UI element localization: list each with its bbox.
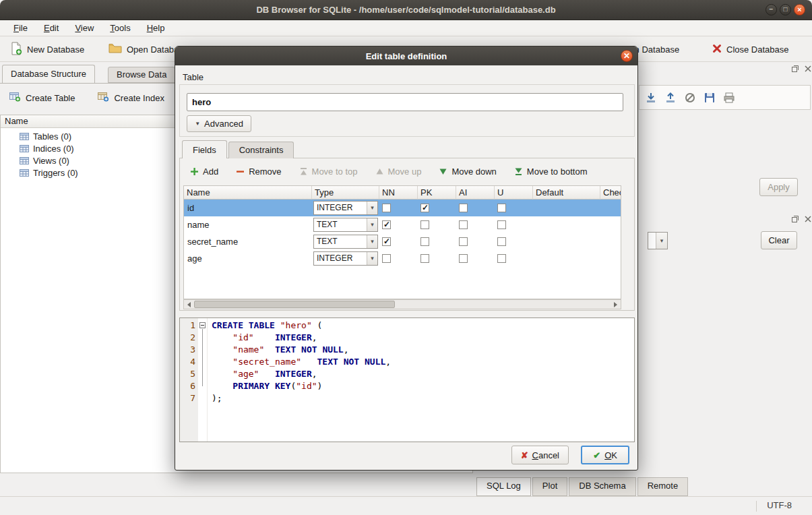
edit-cell-export-icon[interactable] [662,90,679,106]
default-cell[interactable] [533,200,600,216]
ai-checkbox[interactable] [459,220,468,229]
edit-cell-null-icon[interactable] [682,90,698,106]
advanced-toggle-button[interactable]: ▼ Advanced [187,115,251,132]
column-header-pk[interactable]: PK [418,186,456,200]
dock-float-icon[interactable] [790,64,800,73]
column-header-name[interactable]: Name [184,186,312,200]
column-header-ai[interactable]: AI [456,186,495,200]
ai-cell [456,216,495,233]
column-header-type[interactable]: Type [312,186,379,200]
nn-checkbox[interactable] [382,254,391,263]
edit-cell-print-icon[interactable] [721,90,737,106]
pk-checkbox[interactable] [420,237,429,246]
ai-checkbox[interactable] [459,254,468,263]
close-database-button[interactable]: Close Database [706,39,795,59]
pk-checkbox[interactable] [420,204,429,212]
cancel-label: Cancel [532,450,559,460]
create-index-icon [98,92,109,104]
move-to-bottom-button[interactable]: Move to bottom [509,164,593,179]
column-header-u[interactable]: U [495,186,533,200]
check-cell[interactable] [600,200,621,216]
title-bar[interactable]: DB Browser for SQLite - /home/user/code/… [0,0,812,20]
menu-view[interactable]: View [67,21,102,35]
ai-checkbox[interactable] [459,204,468,212]
identity-select[interactable]: ▾ [648,232,668,249]
ai-checkbox[interactable] [459,237,468,246]
column-header-check[interactable]: Check [600,186,621,200]
type-select[interactable]: INTEGER▾ [313,201,378,215]
bottom-tab-remote[interactable]: Remote [637,477,689,496]
dialog-title-bar[interactable]: Edit table definition ✕ [175,47,637,65]
edit-cell-save-icon[interactable] [701,90,718,106]
type-select[interactable]: TEXT▾ [313,218,378,232]
dock-float-icon[interactable] [790,214,800,224]
bottom-tab-sql-log[interactable]: SQL Log [476,477,531,496]
sql-code[interactable]: CREATE TABLE "hero" ( "id" INTEGER, "nam… [208,318,634,442]
menu-help[interactable]: Help [139,21,173,35]
dialog-close-button[interactable]: ✕ [621,50,633,62]
menu-tools[interactable]: Tools [102,21,138,35]
create-table-button[interactable]: Create Table [4,89,80,107]
pk-checkbox[interactable] [420,254,429,263]
tab-browse-data[interactable]: Browse Data [108,67,175,83]
dialog-tab-constraints[interactable]: Constraints [228,142,294,158]
pk-cell [418,216,456,233]
dock-close-icon[interactable] [803,214,812,224]
cancel-button[interactable]: ✘ Cancel [511,446,569,464]
move-down-button[interactable]: Move down [433,164,501,179]
clear-button[interactable]: Clear [761,231,797,249]
ok-button[interactable]: ✔ OK [581,446,629,464]
field-name-cell[interactable]: id [184,200,312,216]
add-button[interactable]: Add [185,164,224,179]
check-cell[interactable] [600,233,621,250]
nn-checkbox[interactable] [382,220,391,229]
field-row[interactable]: secret_nameTEXT▾ [184,233,621,250]
scrollbar-thumb[interactable] [194,301,395,308]
type-select[interactable]: INTEGER▾ [313,251,378,266]
pk-checkbox[interactable] [420,220,429,229]
menu-edit[interactable]: Edit [36,21,67,35]
edit-table-definition-dialog: Edit table definition ✕ Table ▼ Advanced… [175,46,638,471]
field-row[interactable]: ageINTEGER▾ [184,250,621,267]
field-row[interactable]: nameTEXT▾ [184,216,621,233]
bottom-tab-db-schema[interactable]: DB Schema [569,477,635,496]
grid-horizontal-scrollbar[interactable] [183,299,621,309]
field-name-cell[interactable]: secret_name [184,233,312,250]
table-name-input[interactable] [187,93,623,111]
close-button[interactable]: × [794,4,805,16]
scroll-left-icon[interactable] [184,300,194,309]
nn-checkbox[interactable] [382,237,391,246]
edit-cell-import-icon[interactable] [643,90,659,106]
u-checkbox[interactable] [497,220,506,229]
menu-file[interactable]: File [5,21,36,35]
default-cell[interactable] [533,216,600,233]
u-checkbox[interactable] [497,237,506,246]
field-row[interactable]: idINTEGER▾ [184,200,621,216]
grid-body: idINTEGER▾nameTEXT▾secret_nameTEXT▾ageIN… [184,200,621,267]
new-database-button[interactable]: New Database [4,39,90,59]
default-cell[interactable] [533,250,600,267]
check-cell[interactable] [600,250,621,267]
remove-button[interactable]: Remove [230,164,286,179]
nn-checkbox[interactable] [382,204,391,212]
maximize-button[interactable]: □ [780,4,791,16]
scroll-right-icon[interactable] [611,300,621,309]
column-header-nn[interactable]: NN [379,186,418,200]
field-name-cell[interactable]: age [184,250,312,267]
u-checkbox[interactable] [497,204,506,212]
minimize-button[interactable]: − [766,4,777,16]
check-cell[interactable] [600,216,621,233]
dock-close-icon[interactable] [803,64,812,73]
fold-collapse-icon[interactable] [199,322,206,328]
field-name-cell[interactable]: name [184,216,312,233]
create-index-button[interactable]: Create Index [92,89,169,107]
ai-cell [456,250,495,267]
column-header-default[interactable]: Default [533,186,600,200]
u-checkbox[interactable] [497,254,506,263]
sql-line-numbers: 1234567 [180,318,198,442]
dialog-tab-fields[interactable]: Fields [182,140,227,158]
bottom-tab-plot[interactable]: Plot [532,477,567,496]
type-select[interactable]: TEXT▾ [313,235,378,249]
tab-database-structure[interactable]: Database Structure [2,65,95,83]
default-cell[interactable] [533,233,600,250]
